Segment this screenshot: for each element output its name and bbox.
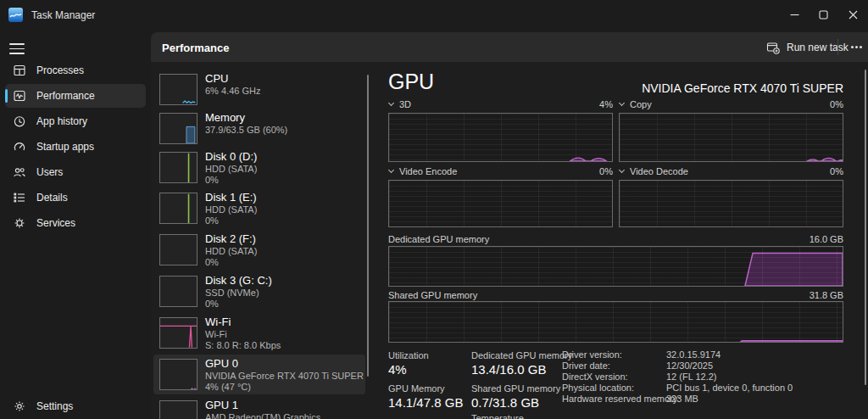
sidebar-item-app-history[interactable]: App history: [5, 109, 146, 133]
chevron-down-icon[interactable]: [388, 166, 394, 172]
minimize-button[interactable]: [780, 0, 809, 29]
shared-memory-value: 0.7/31.8 GB: [471, 395, 539, 410]
sidebar-item-processes[interactable]: Processes: [5, 59, 146, 82]
utilization-value: 4%: [388, 362, 407, 377]
chart-header-shared-memory: Shared GPU memory 31.8 GB: [388, 289, 843, 300]
chart-header-dedicated-memory: Dedicated GPU memory 16.0 GB: [388, 233, 843, 244]
sidebar-item-label: Startup apps: [36, 141, 94, 153]
sidebar-item-label: Details: [36, 192, 68, 204]
sidebar-item-label: Settings: [36, 400, 73, 412]
gpu-memory-value: 14.1/47.8 GB: [388, 395, 463, 410]
run-new-task-button[interactable]: Run new task: [760, 36, 855, 58]
chart-header-copy: Copy 0%: [619, 98, 843, 109]
services-icon: [13, 216, 26, 230]
users-icon: [13, 165, 26, 179]
shared-memory-label: Shared GPU memory: [471, 383, 560, 394]
wifi-sparkline: [159, 317, 198, 349]
chart-header-video-encode: Video Encode 0%: [388, 165, 613, 176]
title-bar: Task Manager: [0, 0, 868, 31]
shared-memory-max: 31.8 GB: [810, 290, 843, 300]
sidebar-item-label: Performance: [36, 90, 95, 102]
details-scrollbar[interactable]: [865, 70, 866, 385]
dedicated-memory-value: 13.4/16.0 GB: [471, 362, 546, 377]
dedicated-memory-max: 16.0 GB: [810, 234, 843, 244]
disk2-sparkline: [159, 234, 198, 265]
maximize-button[interactable]: [809, 0, 837, 29]
chevron-down-icon[interactable]: [388, 99, 394, 105]
header-divider: [837, 39, 838, 55]
sidebar-item-label: Processes: [36, 64, 84, 76]
hardware-reserved-memory-value: 323 MB: [666, 394, 698, 404]
driver-date-value: 12/30/2025: [666, 360, 713, 371]
chart-shared-memory: [388, 301, 843, 343]
chevron-down-icon[interactable]: [619, 166, 625, 172]
sidebar-item-label: Services: [36, 217, 75, 229]
hardware-reserved-memory-label: Hardware reserved memory:: [562, 394, 680, 404]
memory-sparkline: [159, 113, 198, 144]
run-new-task-icon: [766, 41, 780, 54]
selected-accent-bar: [5, 89, 8, 103]
performance-content: CPU 6% 4.46 GHz Memory 37.9/63.5 GB (60%…: [151, 62, 868, 419]
processes-icon: [13, 64, 26, 77]
utilization-label: Utilization: [388, 350, 429, 360]
sidebar-item-label: App history: [36, 115, 87, 127]
directx-version-label: DirectX version:: [562, 372, 628, 382]
startup-apps-icon: [13, 140, 26, 154]
sidebar-item-services[interactable]: Services: [5, 211, 146, 235]
sidebar-item-startup-apps[interactable]: Startup apps: [5, 135, 146, 159]
physical-location-value: PCI bus 1, device 0, function 0: [666, 383, 793, 393]
chart-header-3d: 3D 4%: [388, 98, 613, 109]
chart-value-video-decode: 0%: [830, 166, 843, 176]
chevron-down-icon[interactable]: [619, 99, 625, 105]
physical-location-label: Physical location:: [562, 383, 634, 393]
chart-video-encode: [388, 180, 613, 227]
disk1-sparkline: [159, 193, 198, 224]
task-manager-app-icon: [8, 8, 23, 22]
disk3-sparkline: [159, 276, 198, 307]
list-scrollbar[interactable]: [367, 75, 369, 377]
driver-version-value: 32.0.15.9174: [666, 349, 721, 360]
gpu0-sparkline: [159, 359, 198, 390]
cpu-sparkline: [159, 74, 198, 105]
dedicated-memory-label: Dedicated GPU memory: [471, 350, 572, 360]
chart-value-copy: 0%: [830, 99, 843, 109]
directx-version-value: 12 (FL 12.2): [666, 372, 717, 382]
page-header: Performance Run new task: [151, 32, 868, 62]
sidebar-item-performance[interactable]: Performance: [5, 84, 146, 108]
page-title: Performance: [162, 42, 229, 54]
temperature-label: Temperature: [471, 413, 524, 419]
chart-value-video-encode: 0%: [599, 166, 613, 176]
window-title: Task Manager: [31, 9, 95, 21]
gpu-memory-label: GPU Memory: [388, 383, 445, 394]
task-manager-window: Task Manager Processes Performance: [0, 0, 868, 419]
sidebar-item-details[interactable]: Details: [5, 186, 146, 210]
navigation-menu-button[interactable]: [9, 40, 25, 53]
disk0-sparkline: [159, 152, 198, 183]
driver-date-label: Driver date:: [562, 360, 610, 371]
ellipsis-icon: [855, 46, 858, 48]
sidebar-item-users[interactable]: Users: [5, 160, 146, 184]
app-history-icon: [13, 115, 26, 128]
chart-3d: [388, 113, 613, 162]
run-new-task-label: Run new task: [787, 42, 849, 53]
details-icon: [13, 191, 26, 204]
driver-version-label: Driver version:: [562, 349, 622, 360]
chart-header-video-decode: Video Decode 0%: [619, 165, 843, 176]
gear-icon: [13, 399, 26, 413]
close-button[interactable]: [838, 0, 867, 29]
gpu-device-name: NVIDIA GeForce RTX 4070 Ti SUPER: [388, 81, 843, 95]
chart-video-decode: [619, 180, 843, 227]
more-options-button[interactable]: [844, 36, 868, 58]
sidebar-item-label: Users: [36, 166, 63, 178]
gpu1-sparkline: [159, 400, 198, 419]
chart-dedicated-memory: [388, 246, 843, 287]
chart-value-3d: 4%: [599, 99, 613, 109]
sidebar-item-settings[interactable]: Settings: [5, 394, 146, 418]
chart-copy: [619, 113, 843, 162]
performance-icon: [13, 89, 26, 103]
